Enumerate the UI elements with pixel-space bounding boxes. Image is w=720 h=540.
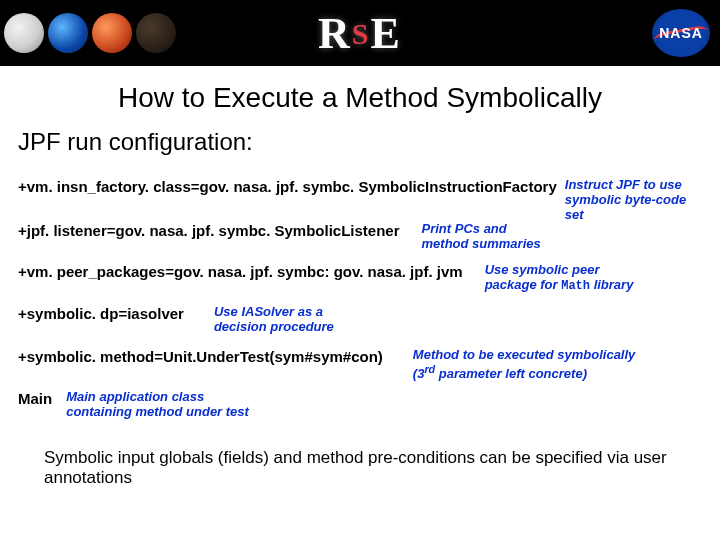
planet-strip <box>4 13 180 53</box>
config-text: +symbolic. dp=iasolver <box>18 305 184 322</box>
config-line-1: +vm. insn_factory. class=gov. nasa. jpf.… <box>18 178 702 223</box>
note-line-2b: library <box>590 277 633 292</box>
slide-subtitle: JPF run configuration: <box>18 128 253 156</box>
config-line-3: +vm. peer_packages=gov. nasa. jpf. symbc… <box>18 263 702 294</box>
note-line-2: method summaries <box>422 236 541 251</box>
note-line-2a: (3 <box>413 366 425 381</box>
config-text: +symbolic. method=Unit.UnderTest(sym#sym… <box>18 348 383 365</box>
header-bar: RSE NASA <box>0 0 720 66</box>
note-line-1: Use IASolver as a <box>214 304 323 319</box>
note-line-1: Instruct JPF to use <box>565 177 682 192</box>
config-note: Use IASolver as a decision procedure <box>214 305 334 335</box>
config-line-5: +symbolic. method=Unit.UnderTest(sym#sym… <box>18 348 702 382</box>
note-sup: rd <box>424 363 435 375</box>
config-note: Use symbolic peer package for Math libra… <box>485 263 634 294</box>
note-line-1: Use symbolic peer <box>485 262 600 277</box>
slide-footnote: Symbolic input globals (fields) and meth… <box>44 448 690 487</box>
note-line-1: Print PCs and <box>422 221 507 236</box>
rse-r: R <box>318 9 352 58</box>
slide: RSE NASA How to Execute a Method Symboli… <box>0 0 720 540</box>
slide-title: How to Execute a Method Symbolically <box>0 82 720 114</box>
note-line-2b: parameter left concrete) <box>435 366 587 381</box>
config-text: +vm. peer_packages=gov. nasa. jpf. symbc… <box>18 263 463 280</box>
moon-icon <box>4 13 44 53</box>
rse-logo: RSE <box>318 8 402 59</box>
config-line-2: +jpf. listener=gov. nasa. jpf. symbc. Sy… <box>18 222 702 252</box>
rse-s: S <box>352 17 371 50</box>
config-note: Print PCs and method summaries <box>422 222 541 252</box>
earth-icon <box>48 13 88 53</box>
jupiter-icon <box>136 13 176 53</box>
nasa-text: NASA <box>659 25 703 41</box>
note-line-2: decision procedure <box>214 319 334 334</box>
config-line-6: Main Main application class containing m… <box>18 390 702 420</box>
note-line-1: Method to be executed symbolically <box>413 347 636 362</box>
config-note: Method to be executed symbolically (3rd … <box>413 348 636 382</box>
main-keyword: Main <box>18 390 52 407</box>
rse-e: E <box>371 9 402 58</box>
note-line-1: Main application class <box>66 389 204 404</box>
config-line-4: +symbolic. dp=iasolver Use IASolver as a… <box>18 305 702 335</box>
note-line-2a: package for <box>485 277 562 292</box>
note-mono: Math <box>561 279 590 293</box>
config-text: +jpf. listener=gov. nasa. jpf. symbc. Sy… <box>18 222 400 239</box>
nasa-logo: NASA <box>652 9 710 57</box>
note-line-2: containing method under test <box>66 404 249 419</box>
config-note: Main application class containing method… <box>66 390 249 420</box>
mars-icon <box>92 13 132 53</box>
config-text: +vm. insn_factory. class=gov. nasa. jpf.… <box>18 178 557 195</box>
note-line-2: symbolic byte-code set <box>565 192 686 222</box>
config-note: Instruct JPF to use symbolic byte-code s… <box>565 178 702 223</box>
